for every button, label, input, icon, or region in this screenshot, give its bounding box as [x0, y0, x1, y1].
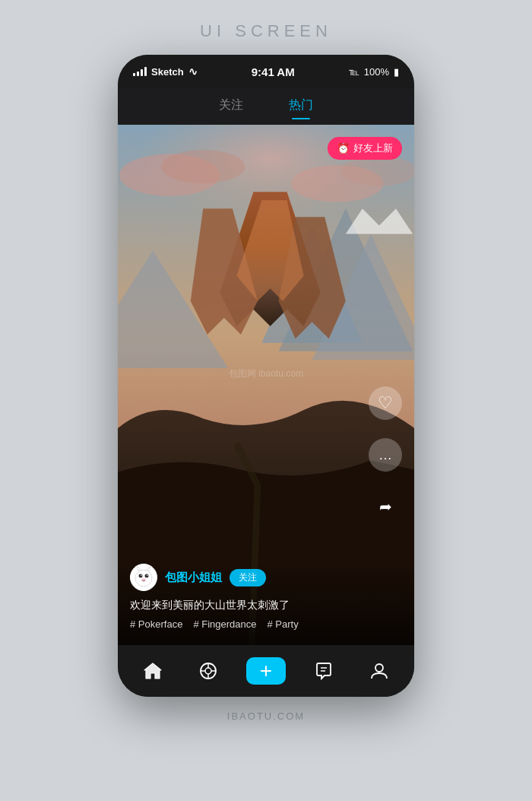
svg-point-18 — [139, 574, 143, 578]
comment-icon: … — [378, 447, 392, 463]
status-right: ℡ 100% ▮ — [349, 66, 399, 78]
avatar — [130, 564, 157, 591]
nav-video[interactable] — [192, 654, 225, 688]
phone-frame: Sketch ∿ 9:41 AM ℡ 100% ▮ 关注 热门 — [118, 55, 414, 697]
bottom-nav: + — [118, 645, 414, 697]
svg-point-26 — [205, 668, 211, 674]
tab-follow[interactable]: 关注 — [219, 97, 243, 116]
battery-icon: ▮ — [394, 66, 399, 78]
new-friends-label: 好友上新 — [353, 141, 393, 155]
video-description: 欢迎来到美丽的大山世界太刺激了 — [130, 599, 402, 612]
clock-icon: ⏰ — [337, 142, 350, 154]
add-icon: + — [260, 659, 272, 683]
heart-icon: ♡ — [378, 393, 393, 413]
svg-point-21 — [147, 574, 148, 576]
status-time: 9:41 AM — [252, 65, 295, 78]
like-button[interactable]: ♡ — [369, 386, 402, 420]
nav-add[interactable]: + — [246, 657, 286, 685]
nav-home[interactable] — [136, 654, 169, 688]
svg-point-3 — [161, 150, 245, 183]
tab-hot[interactable]: 热门 — [289, 97, 313, 116]
svg-point-33 — [375, 664, 383, 672]
bluetooth-icon: ℡ — [349, 66, 359, 78]
nav-chat[interactable] — [307, 654, 340, 688]
tag-1[interactable]: Pokerface — [130, 618, 182, 630]
battery-label: 100% — [364, 66, 389, 78]
share-icon: ➦ — [379, 497, 392, 516]
new-friends-badge[interactable]: ⏰ 好友上新 — [328, 137, 402, 160]
video-area[interactable]: 包图网 ibaotu.com ⏰ 好友上新 ♡ … ➦ — [118, 125, 414, 645]
svg-point-20 — [141, 574, 142, 576]
tab-bar: 关注 热门 — [118, 88, 414, 125]
status-bar: Sketch ∿ 9:41 AM ℡ 100% ▮ — [118, 55, 414, 88]
follow-button[interactable]: 关注 — [230, 569, 266, 586]
tags-row: Pokerface Fingerdance Party — [130, 618, 402, 630]
comment-button[interactable]: … — [369, 438, 402, 472]
right-actions: ♡ … ➦ — [369, 386, 402, 523]
bottom-info: 包图小姐姐 关注 欢迎来到美丽的大山世界太刺激了 Pokerface Finge… — [118, 564, 414, 645]
share-button[interactable]: ➦ — [369, 490, 402, 523]
page-title: UI SCREEN — [200, 21, 332, 41]
svg-point-19 — [145, 574, 149, 578]
status-left: Sketch ∿ — [133, 65, 198, 78]
tag-3[interactable]: Party — [268, 618, 299, 630]
signal-icon — [133, 67, 147, 76]
tag-2[interactable]: Fingerdance — [193, 618, 256, 630]
user-row: 包图小姐姐 关注 — [130, 564, 402, 591]
svg-text:包图网 ibaotu.com: 包图网 ibaotu.com — [229, 368, 304, 379]
footer-text: IBAOTU.COM — [227, 710, 305, 722]
nav-profile[interactable] — [363, 654, 396, 688]
wifi-icon: ∿ — [188, 65, 198, 78]
svg-point-5 — [341, 156, 414, 186]
carrier-label: Sketch — [151, 66, 184, 78]
username: 包图小姐姐 — [165, 571, 222, 585]
